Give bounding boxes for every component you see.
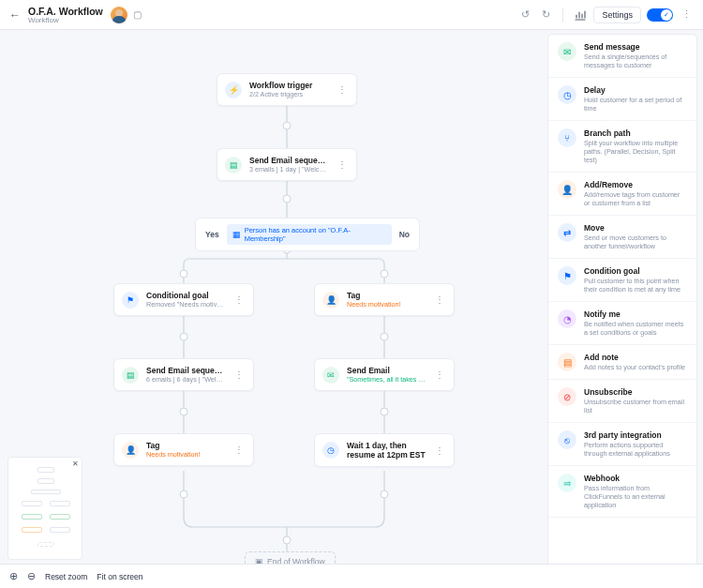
action-desc: Split your workflow into multiple paths.… xyxy=(584,139,687,164)
action-desc: Unsubscribe customer from email list xyxy=(584,398,687,415)
fit-screen-button[interactable]: Fit on screen xyxy=(97,572,142,581)
action-text: Branch pathSplit your workflow into mult… xyxy=(584,128,687,164)
node-menu-icon[interactable]: ⋮ xyxy=(433,369,446,380)
condition-no: No xyxy=(399,230,410,239)
add-step-dot[interactable] xyxy=(180,490,188,499)
add-step-dot[interactable] xyxy=(283,122,292,130)
action-text: DelayHold customer for a set period of t… xyxy=(584,85,687,113)
action-item-webhook[interactable]: ⥤WebhookPass information from ClickFunne… xyxy=(548,466,696,518)
close-minimap-icon[interactable]: ✕ xyxy=(72,460,79,468)
node-delay[interactable]: ◷ Wait 1 day, then resume at 12pm EST ⋮ xyxy=(314,433,455,467)
action-item-send-message[interactable]: ✉Send messageSend a single/sequences of … xyxy=(548,35,696,78)
action-item-notify-me[interactable]: ◔Notify meBe notified when customer meet… xyxy=(548,302,696,345)
condition-label: Person has an account on "O.F.A-Membersh… xyxy=(245,226,386,243)
minimap[interactable]: ✕ xyxy=(7,457,82,560)
action-text: Condition goalPull customer to this poin… xyxy=(584,266,687,294)
node-menu-icon[interactable]: ⋮ xyxy=(336,159,349,170)
stack-icon: ▤ xyxy=(225,157,242,173)
node-title: Conditional goal xyxy=(146,291,225,300)
move-icon: ⇄ xyxy=(558,223,576,242)
action-text: MoveSend or move customers to another fu… xyxy=(584,223,687,250)
clock-icon: ◷ xyxy=(322,442,339,459)
node-menu-icon[interactable]: ⋮ xyxy=(336,84,349,95)
action-desc: Add notes to your contact's profile xyxy=(584,363,685,371)
undo-icon[interactable]: ↺ xyxy=(517,8,532,23)
action-item-3rd-party-integration[interactable]: ⎋3rd party integrationPerform actions su… xyxy=(548,423,696,466)
node-title: Workflow trigger xyxy=(249,81,328,90)
stack-icon: ▤ xyxy=(122,367,139,384)
add-step-dot[interactable] xyxy=(180,408,188,416)
zoom-in-icon[interactable]: ⊕ xyxy=(9,570,18,582)
reset-zoom-button[interactable]: Reset zoom xyxy=(45,572,87,581)
action-item-condition-goal[interactable]: ⚑Condition goalPull customer to this poi… xyxy=(548,259,696,302)
action-title: Webhook xyxy=(584,474,687,483)
add-step-dot[interactable] xyxy=(381,333,389,341)
redo-icon[interactable]: ↻ xyxy=(538,8,553,23)
node-email-sequence[interactable]: ▤ Send Email sequence 3 emails | 1 day |… xyxy=(217,148,357,181)
action-desc: Pull customer to this point when their c… xyxy=(584,277,687,294)
plug-icon: ⎋ xyxy=(558,430,576,449)
node-sub: 2/2 Active triggers xyxy=(249,90,328,98)
action-text: WebhookPass information from ClickFunnel… xyxy=(584,474,687,509)
add-step-dot[interactable] xyxy=(180,333,188,341)
node-sub: Removed "Needs motivation!" tag xyxy=(146,300,225,309)
action-title: Add note xyxy=(584,353,685,362)
node-tag[interactable]: 👤 Tag Needs motivation! ⋮ xyxy=(113,433,254,466)
action-title: Delay xyxy=(584,85,687,95)
add-step-dot[interactable] xyxy=(381,408,389,416)
node-sub: "Sometimes, all it takes is a first s…" xyxy=(347,375,426,384)
action-title: Branch path xyxy=(584,128,687,138)
add-step-dot[interactable] xyxy=(283,536,292,545)
node-sub: 3 emails | 1 day | "Welcome to O…" xyxy=(249,165,328,173)
action-text: UnsubscribeUnsubscribe customer from ema… xyxy=(584,387,687,415)
node-title: Send Email sequence xyxy=(249,156,328,165)
action-item-move[interactable]: ⇄MoveSend or move customers to another f… xyxy=(548,216,696,259)
publish-toggle[interactable] xyxy=(647,8,673,22)
node-menu-icon[interactable]: ⋮ xyxy=(433,445,446,456)
add-step-dot[interactable] xyxy=(381,270,389,279)
action-item-unsubscribe[interactable]: ⊘UnsubscribeUnsubscribe customer from em… xyxy=(548,380,696,423)
node-trigger[interactable]: ⚡ Workflow trigger 2/2 Active triggers ⋮ xyxy=(217,73,357,106)
node-condition[interactable]: Yes ▦ Person has an account on "O.F.A-Me… xyxy=(195,218,420,251)
node-tag[interactable]: 👤 Tag Needs motivation! ⋮ xyxy=(314,283,455,316)
node-sub: 6 emails | 6 days | "Welcome to O…" xyxy=(146,375,225,384)
node-menu-icon[interactable]: ⋮ xyxy=(232,294,246,305)
action-title: Notify me xyxy=(584,309,687,319)
node-conditional-goal[interactable]: ⚑ Conditional goal Removed "Needs motiva… xyxy=(113,283,254,316)
node-menu-icon[interactable]: ⋮ xyxy=(232,369,246,380)
action-title: Add/Remove xyxy=(584,180,687,189)
user-icon: 👤 xyxy=(322,292,339,309)
action-item-add-remove[interactable]: 👤Add/RemoveAdd/remove tags from customer… xyxy=(548,173,696,216)
back-arrow-icon[interactable]: ← xyxy=(9,8,21,22)
condition-yes: Yes xyxy=(205,230,219,239)
bottom-bar: ⊕ ⊖ Reset zoom Fit on screen xyxy=(0,564,703,588)
flag-icon: ⚑ xyxy=(122,292,139,309)
node-menu-icon[interactable]: ⋮ xyxy=(433,294,446,305)
actions-panel: ✕ ✉Send messageSend a single/sequences o… xyxy=(547,34,697,579)
node-sub: Needs motivation! xyxy=(146,450,225,459)
node-email-sequence[interactable]: ▤ Send Email sequence 6 emails | 6 days … xyxy=(113,358,254,391)
account-icon: ▦ xyxy=(232,230,241,239)
avatar[interactable] xyxy=(111,7,127,23)
add-step-dot[interactable] xyxy=(180,270,188,279)
action-title: Move xyxy=(584,223,687,233)
add-step-dot[interactable] xyxy=(283,195,292,204)
branch-icon: ⑂ xyxy=(558,128,576,147)
more-icon[interactable]: ⋮ xyxy=(679,8,694,23)
action-item-add-note[interactable]: ▤Add noteAdd notes to your contact's pro… xyxy=(548,345,696,380)
hook-icon: ⥤ xyxy=(558,474,576,492)
bookmark-icon[interactable]: ▢ xyxy=(133,9,142,20)
stats-icon[interactable] xyxy=(573,8,588,23)
node-menu-icon[interactable]: ⋮ xyxy=(232,445,246,455)
settings-button[interactable]: Settings xyxy=(593,7,641,23)
envelope-icon: ✉ xyxy=(558,42,576,61)
action-item-delay[interactable]: ◷DelayHold customer for a set period of … xyxy=(548,78,696,121)
node-title: Send Email xyxy=(347,366,426,375)
action-text: Add noteAdd notes to your contact's prof… xyxy=(584,353,685,371)
node-send-email[interactable]: ✉ Send Email "Sometimes, all it takes is… xyxy=(314,358,455,391)
add-step-dot[interactable] xyxy=(381,490,389,499)
zoom-out-icon[interactable]: ⊖ xyxy=(27,570,36,582)
page-title: O.F.A. Workflow xyxy=(28,6,103,17)
divider xyxy=(562,8,563,23)
action-item-branch-path[interactable]: ⑂Branch pathSplit your workflow into mul… xyxy=(548,121,696,173)
